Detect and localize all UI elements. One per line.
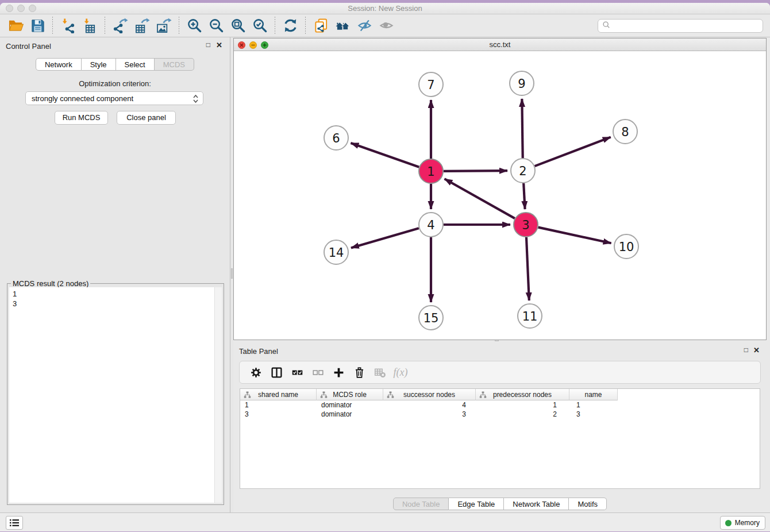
deselect-all-columns-icon[interactable]	[310, 365, 325, 380]
node-label-11: 11	[522, 310, 538, 323]
tab-select[interactable]: Select	[116, 58, 155, 71]
edge-3-10[interactable]	[538, 228, 611, 244]
node-label-14: 14	[329, 246, 344, 260]
close-panel-button[interactable]: Close panel	[117, 111, 176, 125]
zoom-selected-icon[interactable]	[251, 17, 268, 34]
tab-mcds[interactable]: MCDS	[155, 58, 194, 71]
open-session-icon[interactable]	[7, 17, 24, 34]
result-scrollbar[interactable]	[214, 287, 222, 503]
export-image-icon[interactable]	[155, 17, 172, 34]
run-mcds-button[interactable]: Run MCDS	[55, 111, 108, 125]
control-panel-title: Control Panel	[6, 42, 51, 51]
table-cell[interactable]: 1	[240, 400, 317, 410]
table-cell[interactable]: 1	[569, 400, 618, 410]
table-cell[interactable]: 2	[476, 410, 569, 419]
dropdown-value: strongly connected component	[32, 94, 133, 103]
show-columns-icon[interactable]	[269, 365, 284, 380]
node-label-9: 9	[518, 77, 525, 91]
tab-network[interactable]: Network	[36, 58, 82, 71]
network-graph[interactable]: 7968124314101511	[234, 51, 766, 340]
hide-panels-icon[interactable]	[356, 17, 373, 34]
mcds-result-area[interactable]: 13	[9, 287, 222, 503]
toolbar-separator	[305, 17, 306, 35]
zoom-out-icon[interactable]	[207, 17, 225, 34]
search-input[interactable]	[610, 20, 763, 32]
show-panels-icon	[378, 17, 395, 34]
tab-style[interactable]: Style	[82, 58, 116, 71]
control-panel: Control Panel □ ✕ NetworkStyleSelectMCDS…	[0, 37, 230, 512]
control-panel-header: Control Panel □ ✕	[0, 37, 230, 53]
table-cell[interactable]: 1	[476, 400, 569, 410]
edge-2-9[interactable]	[522, 99, 522, 158]
delete-table-icon	[372, 365, 387, 380]
column-header-name[interactable]: name	[569, 389, 618, 400]
table-cell[interactable]: 4	[383, 400, 476, 410]
edge-4-14[interactable]	[351, 228, 419, 248]
export-table-icon[interactable]	[133, 17, 151, 34]
tab-network-table[interactable]: Network Table	[504, 498, 569, 510]
column-header-label: shared name	[258, 391, 298, 399]
refresh-layout-icon[interactable]	[282, 17, 299, 34]
table-settings-gear-icon[interactable]	[248, 365, 263, 380]
float-table-panel-icon[interactable]: □	[744, 346, 748, 353]
optimization-criterion-dropdown[interactable]: strongly connected component	[25, 91, 203, 105]
edge-3-1[interactable]	[445, 179, 515, 218]
save-session-icon[interactable]	[29, 17, 46, 34]
memory-status-dot	[725, 520, 732, 526]
network-window-titlebar: scc.txt	[234, 38, 766, 51]
hierarchy-icon	[244, 391, 251, 400]
memory-label: Memory	[735, 519, 760, 527]
search-field[interactable]	[598, 19, 763, 33]
table-row[interactable]: 1dominator411	[240, 400, 760, 410]
network-view-window: scc.txt 7968124314101511	[233, 38, 767, 340]
table-toolbar: f(x)	[239, 361, 761, 384]
vertical-splitter-grip[interactable]	[231, 268, 233, 279]
network-canvas[interactable]: 7968124314101511	[234, 51, 766, 340]
table-tabs: Node TableEdge TableNetwork TableMotifs	[233, 498, 767, 510]
column-header-shared-name[interactable]: shared name	[240, 389, 317, 400]
tab-edge-table[interactable]: Edge Table	[449, 498, 504, 510]
import-table-icon[interactable]	[81, 17, 98, 34]
task-history-button[interactable]	[6, 516, 23, 530]
add-column-icon[interactable]	[331, 365, 346, 380]
select-all-columns-icon[interactable]	[290, 365, 305, 380]
home-icon[interactable]	[334, 17, 351, 34]
edge-2-3[interactable]	[523, 183, 525, 209]
float-panel-icon[interactable]: □	[206, 41, 210, 48]
delete-column-icon[interactable]	[352, 365, 367, 380]
export-network-icon[interactable]	[111, 17, 129, 34]
hierarchy-icon	[320, 391, 328, 400]
import-network-icon[interactable]	[59, 17, 76, 34]
table-body: 1dominator4113dominator323	[240, 400, 760, 419]
close-panel-icon[interactable]: ✕	[216, 41, 222, 49]
memory-button[interactable]: Memory	[720, 516, 765, 530]
copy-network-icon[interactable]	[312, 17, 329, 34]
node-label-3: 3	[522, 218, 529, 232]
column-header-MCDS-role[interactable]: MCDS role	[317, 389, 383, 400]
table-cell[interactable]: dominator	[317, 400, 383, 410]
table-cell[interactable]: 3	[240, 410, 317, 419]
edge-1-6[interactable]	[351, 143, 419, 167]
mcds-result-line: 1	[13, 289, 218, 299]
application-window: Session: New Session Control Panel □ ✕ N…	[0, 3, 770, 531]
edge-1-2[interactable]	[444, 171, 507, 171]
table-header-row: shared nameMCDS rolesuccessor nodesprede…	[240, 389, 760, 400]
table-row[interactable]: 3dominator323	[240, 410, 760, 419]
column-header-label: successor nodes	[403, 391, 455, 399]
table-cell[interactable]: dominator	[317, 410, 383, 419]
node-table: shared nameMCDS rolesuccessor nodesprede…	[240, 388, 760, 489]
toolbar-separator	[179, 17, 179, 35]
edge-3-11[interactable]	[526, 237, 529, 300]
table-cell[interactable]: 3	[383, 410, 476, 419]
table-panel-title: Table Panel	[239, 347, 278, 356]
column-header-predecessor-nodes[interactable]: predecessor nodes	[476, 389, 569, 400]
status-bar: Memory	[0, 512, 770, 531]
edge-2-8[interactable]	[535, 137, 611, 167]
tab-motifs[interactable]: Motifs	[569, 498, 607, 510]
table-cell[interactable]: 3	[569, 410, 618, 419]
zoom-fit-icon[interactable]	[229, 17, 247, 34]
close-table-panel-icon[interactable]: ✕	[753, 346, 760, 354]
tab-node-table[interactable]: Node Table	[393, 498, 449, 510]
zoom-in-icon[interactable]	[186, 17, 203, 34]
column-header-successor-nodes[interactable]: successor nodes	[383, 389, 476, 400]
